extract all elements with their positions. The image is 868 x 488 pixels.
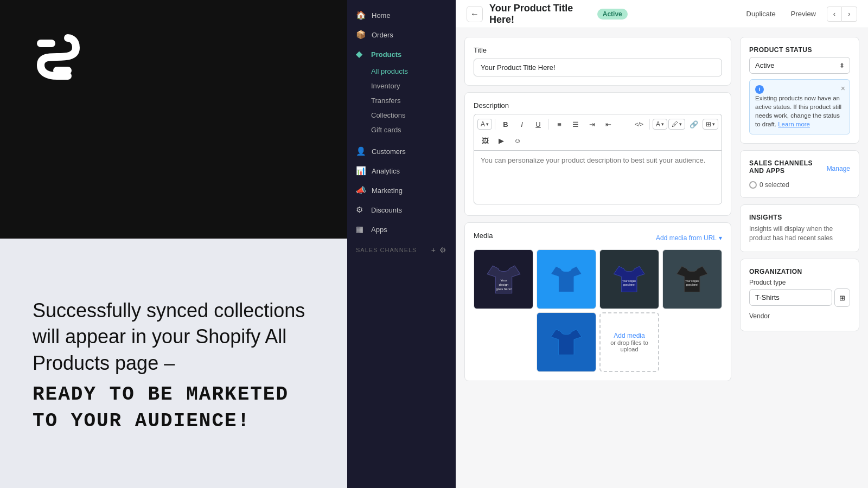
- image-button[interactable]: 🖼: [477, 133, 493, 148]
- topbar: ← Your Product Title Here! Active Duplic…: [456, 0, 868, 28]
- upload-text: Add media: [614, 332, 644, 339]
- title-label: Title: [474, 46, 722, 54]
- underline-button[interactable]: U: [531, 117, 546, 132]
- nav-arrows: ‹ ›: [827, 7, 857, 22]
- sidebar: 🏠 Home 📦 Orders ◆ Products All products …: [347, 0, 456, 488]
- sales-channel-settings-icon[interactable]: ⚙: [439, 246, 447, 254]
- tshirt-blue-icon: [546, 259, 587, 300]
- sidebar-item-products[interactable]: ◆ Products: [347, 44, 456, 64]
- product-type-browse-button[interactable]: ⊞: [834, 288, 850, 307]
- apps-icon: ▦: [356, 224, 366, 234]
- unordered-list-button[interactable]: ≡: [552, 117, 567, 132]
- upload-subtext: or drop files to upload: [605, 339, 654, 352]
- organization-card: Organization Product type ⊞ Vendor: [740, 259, 859, 331]
- sidebar-item-orders[interactable]: 📦 Orders: [347, 25, 456, 44]
- tshirt-main-icon: Your design goes here!: [482, 258, 526, 301]
- prev-icon: ‹: [833, 10, 835, 18]
- sidebar-customers-label: Customers: [372, 147, 406, 156]
- media-header: Media Add media from URL ▾: [474, 232, 722, 244]
- prev-product-button[interactable]: ‹: [827, 7, 842, 22]
- media-grid: Your design goes here!: [474, 249, 722, 372]
- link-button[interactable]: 🔗: [686, 117, 701, 132]
- sidebar-item-transfers[interactable]: Transfers: [371, 93, 456, 108]
- sidebar-marketing-label: Marketing: [372, 187, 403, 195]
- add-sales-channel-icon[interactable]: +: [431, 246, 436, 254]
- sidebar-item-customers[interactable]: 👤 Customers: [347, 142, 456, 161]
- add-media-url-button[interactable]: Add media from URL ▾: [656, 234, 722, 242]
- video-button[interactable]: ▶: [494, 133, 509, 148]
- main-content: ← Your Product Title Here! Active Duplic…: [456, 0, 868, 488]
- next-icon: ›: [848, 10, 850, 18]
- close-banner-button[interactable]: ×: [841, 84, 845, 93]
- outdent-button[interactable]: ⇤: [601, 117, 616, 132]
- content-right-column: Product status Active Draft ⬍ i × Existi…: [740, 37, 859, 479]
- organization-label: Organization: [749, 268, 850, 275]
- media-item-3[interactable]: your slogan goes here!: [599, 249, 659, 309]
- product-type-label: Product type: [749, 279, 850, 286]
- product-type-input[interactable]: [749, 289, 832, 306]
- sidebar-orders-label: Orders: [372, 31, 393, 39]
- sidebar-item-home[interactable]: 🏠 Home: [347, 5, 456, 25]
- align-left-button[interactable]: ☰: [568, 117, 583, 132]
- indent-button[interactable]: ⇥: [584, 117, 599, 132]
- home-icon: 🏠: [356, 10, 366, 20]
- svg-text:goes here!: goes here!: [496, 287, 512, 290]
- marketing-icon: 📣: [356, 185, 366, 195]
- sidebar-item-apps[interactable]: ▦ Apps: [347, 220, 456, 239]
- title-input[interactable]: [474, 59, 722, 76]
- logo-area: [0, 0, 108, 119]
- add-media-url-label: Add media from URL: [656, 234, 717, 242]
- emoji-button[interactable]: ☺: [510, 133, 525, 148]
- svg-text:Your: Your: [500, 278, 507, 281]
- tshirt-dark1-icon: your slogan goes here!: [609, 259, 650, 300]
- svg-text:goes here!: goes here!: [623, 284, 635, 286]
- sidebar-item-analytics[interactable]: 📊 Analytics: [347, 161, 456, 181]
- status-badge: Active: [597, 9, 628, 20]
- product-status-card: Product status Active Draft ⬍ i × Existi…: [740, 37, 859, 144]
- sales-channels-label: SALES CHANNELS: [356, 247, 417, 253]
- media-card: Media Add media from URL ▾ Your de: [464, 222, 731, 381]
- back-button[interactable]: ←: [467, 6, 483, 22]
- preview-button[interactable]: Preview: [787, 8, 820, 20]
- table-dropdown[interactable]: ⊞ ▾: [703, 119, 718, 130]
- font-family-dropdown[interactable]: A ▾: [477, 119, 492, 130]
- page-title: Your Product Title Here!: [489, 3, 591, 25]
- svg-text:your slogan: your slogan: [623, 280, 636, 282]
- description-toolbar: A ▾ B I U ≡ ☰ ⇥ ⇤ </> A ▾ 🖊: [474, 114, 722, 150]
- vendor-label: Vendor: [749, 312, 850, 320]
- sidebar-discounts-label: Discounts: [371, 206, 402, 214]
- svg-text:design: design: [499, 282, 508, 286]
- media-item-4[interactable]: your slogan goes here!: [662, 249, 722, 309]
- sidebar-analytics-label: Analytics: [372, 167, 400, 175]
- sidebar-item-inventory[interactable]: Inventory: [371, 79, 456, 93]
- next-product-button[interactable]: ›: [842, 7, 857, 22]
- media-item-5[interactable]: [537, 312, 596, 372]
- content-area: Title Description A ▾ B I U ≡ ☰: [456, 28, 868, 488]
- duplicate-button[interactable]: Duplicate: [742, 8, 780, 20]
- sidebar-item-collections[interactable]: Collections: [371, 108, 456, 123]
- italic-button[interactable]: I: [514, 117, 529, 132]
- media-label: Media: [474, 232, 493, 240]
- left-panel: Successfully synced collections will app…: [0, 0, 347, 488]
- discounts-icon: ⚙: [356, 205, 366, 215]
- sidebar-item-discounts[interactable]: ⚙ Discounts: [347, 200, 456, 220]
- description-textarea[interactable]: [474, 150, 722, 204]
- bold-button[interactable]: B: [498, 117, 513, 132]
- sidebar-products-submenu: All products Inventory Transfers Collect…: [347, 64, 456, 137]
- media-item-2[interactable]: [537, 249, 596, 309]
- sidebar-item-marketing[interactable]: 📣 Marketing: [347, 181, 456, 200]
- info-banner: i × Existing products now have an active…: [749, 79, 850, 134]
- font-color-dropdown[interactable]: A ▾: [653, 119, 667, 130]
- manage-button[interactable]: Manage: [827, 165, 850, 172]
- learn-more-link[interactable]: Learn more: [778, 121, 810, 127]
- highlight-dropdown[interactable]: 🖊 ▾: [668, 119, 685, 130]
- info-icon: i: [755, 85, 764, 94]
- source-button[interactable]: </>: [631, 117, 647, 132]
- media-upload-button[interactable]: Add media or drop files to upload: [599, 312, 659, 372]
- sidebar-item-all-products[interactable]: All products: [371, 64, 456, 79]
- bottom-normal-text: Successfully synced collections will app…: [33, 298, 326, 377]
- insights-card: Insights Insights will display when the …: [740, 204, 859, 252]
- media-item-main[interactable]: Your design goes here!: [474, 249, 533, 309]
- sidebar-item-gift-cards[interactable]: Gift cards: [371, 123, 456, 137]
- status-select[interactable]: Active Draft: [749, 57, 850, 74]
